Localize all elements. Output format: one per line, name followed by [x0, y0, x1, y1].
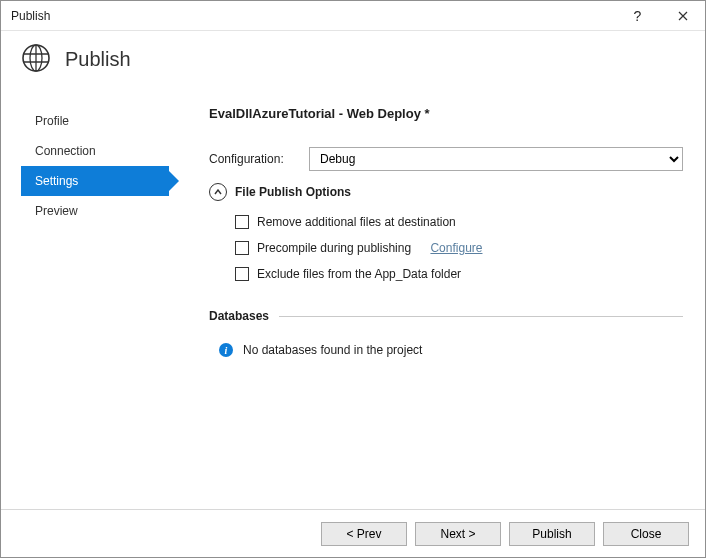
- globe-icon: [21, 43, 51, 76]
- window-title: Publish: [11, 9, 50, 23]
- chevron-up-icon: [209, 183, 227, 201]
- configure-link[interactable]: Configure: [430, 241, 482, 255]
- checkbox-precompile[interactable]: [235, 241, 249, 255]
- next-button[interactable]: Next >: [415, 522, 501, 546]
- databases-info-text: No databases found in the project: [243, 343, 422, 357]
- sidebar-item-settings[interactable]: Settings: [21, 166, 169, 196]
- close-button[interactable]: Close: [603, 522, 689, 546]
- sidebar: Profile Connection Settings Preview: [1, 94, 171, 514]
- checkbox-exclude-appdata[interactable]: [235, 267, 249, 281]
- sidebar-item-label: Preview: [35, 204, 78, 218]
- databases-heading: Databases: [209, 309, 269, 323]
- sidebar-item-connection[interactable]: Connection: [21, 136, 169, 166]
- file-publish-toggle[interactable]: File Publish Options: [209, 183, 683, 201]
- configuration-label: Configuration:: [209, 152, 301, 166]
- sidebar-item-label: Connection: [35, 144, 96, 158]
- close-window-button[interactable]: [660, 1, 705, 31]
- sidebar-item-preview[interactable]: Preview: [21, 196, 169, 226]
- main-panel: EvalDllAzureTutorial - Web Deploy * Conf…: [171, 94, 705, 514]
- checkbox-label: Remove additional files at destination: [257, 215, 456, 229]
- info-icon: i: [219, 343, 233, 357]
- header: Publish: [1, 31, 705, 94]
- file-publish-heading: File Publish Options: [235, 185, 351, 199]
- close-icon: [678, 11, 688, 21]
- sidebar-item-profile[interactable]: Profile: [21, 106, 169, 136]
- header-title: Publish: [65, 48, 131, 71]
- checkbox-label: Exclude files from the App_Data folder: [257, 267, 461, 281]
- sidebar-item-label: Profile: [35, 114, 69, 128]
- page-title: EvalDllAzureTutorial - Web Deploy *: [209, 106, 683, 121]
- checkbox-label: Precompile during publishing: [257, 241, 411, 255]
- help-button[interactable]: ?: [615, 1, 660, 31]
- checkbox-remove-files[interactable]: [235, 215, 249, 229]
- title-bar: Publish ?: [1, 1, 705, 31]
- prev-button[interactable]: < Prev: [321, 522, 407, 546]
- configuration-select[interactable]: Debug: [309, 147, 683, 171]
- sidebar-item-label: Settings: [35, 174, 78, 188]
- footer: < Prev Next > Publish Close: [1, 509, 705, 557]
- publish-button[interactable]: Publish: [509, 522, 595, 546]
- divider: [279, 316, 683, 317]
